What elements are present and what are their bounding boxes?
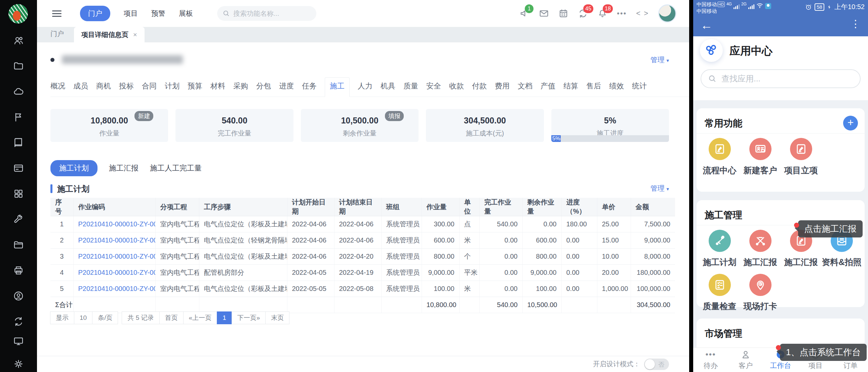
calendar-icon[interactable] [558, 8, 568, 19]
hamburger-menu-icon[interactable] [52, 9, 62, 19]
tab-portal[interactable]: 门户 [51, 29, 64, 38]
tab-quality[interactable]: 质量 [403, 78, 418, 96]
tab-hr[interactable]: 人力 [358, 78, 372, 96]
flag-icon[interactable] [13, 112, 24, 122]
tab-overview[interactable]: 概况 [51, 78, 65, 96]
stat-card-cost: 304,500.00 施工成本(元) [426, 109, 544, 142]
tab-payment[interactable]: 付款 [472, 78, 487, 96]
tab-plan[interactable]: 计划 [165, 78, 180, 96]
add-app-button[interactable]: + [843, 116, 858, 131]
tab-statistics[interactable]: 统计 [632, 78, 647, 96]
app-item-construction-plan[interactable]: 施工计划 [699, 230, 740, 268]
monitor-icon[interactable] [13, 336, 24, 346]
gear-icon[interactable] [13, 359, 24, 369]
tab-receipt[interactable]: 收款 [449, 78, 464, 96]
tab-aftersale[interactable]: 售后 [586, 78, 601, 96]
avatar[interactable] [658, 4, 676, 23]
speaker-icon[interactable]: 1 [519, 8, 529, 19]
bell-icon[interactable]: 18 [597, 8, 608, 19]
app-logo[interactable] [8, 4, 28, 24]
job-code-link[interactable]: P20210410-000010-ZY-000003 [73, 216, 155, 232]
menu-item-portal[interactable]: 门户 [80, 6, 110, 21]
tab-settlement[interactable]: 结算 [563, 78, 578, 96]
app-item-process-center[interactable]: 流程中心 [699, 138, 740, 176]
tab-project-detail[interactable]: 项目详细信息页 × [74, 27, 145, 42]
tab-contract[interactable]: 合同 [142, 78, 157, 96]
sync-icon[interactable] [13, 316, 24, 327]
tab-safety[interactable]: 安全 [426, 78, 441, 96]
tab-equipment[interactable]: 机具 [380, 78, 395, 96]
pager-page-1[interactable]: 1 [217, 311, 232, 324]
app-item-new-customer[interactable]: 新建客户 [740, 138, 781, 176]
app-item-project-initiation[interactable]: 项目立项 [781, 138, 821, 176]
page-size-select[interactable]: 10 [74, 311, 92, 324]
stat-label: 剩余作业量 [301, 129, 418, 138]
more-vert-icon[interactable]: ⋮ [850, 18, 861, 30]
folder-icon[interactable] [13, 61, 24, 71]
mobile-panel: 中国移动 中国移动 HD 4G 2G 58 上午10:52 ← ⋮ 应用中心 [693, 0, 868, 372]
code-icon[interactable]: < > [636, 9, 649, 18]
account-icon[interactable] [13, 291, 24, 302]
global-search[interactable] [217, 6, 316, 21]
tab-opportunity[interactable]: 商机 [96, 78, 111, 96]
job-code-link[interactable]: P20210410-000010-ZY-000004 [73, 232, 155, 249]
app-item-quality-check[interactable]: 质量检查 [699, 274, 740, 312]
table-manage-dropdown[interactable]: 管理 ▾ [651, 184, 669, 193]
app-item-site-checkin[interactable]: 现场打卡 [740, 274, 781, 312]
subtab-plan[interactable]: 施工计划 [51, 160, 97, 176]
job-code-link[interactable]: P20210410-000010-ZY-000007 [73, 281, 155, 297]
tab-procurement[interactable]: 采购 [233, 78, 248, 96]
printer-icon[interactable] [13, 265, 24, 276]
users-icon[interactable] [13, 35, 24, 46]
app-item-construction-report-1[interactable]: 施工汇报 [740, 230, 781, 268]
design-mode-toggle[interactable]: 否 [644, 359, 669, 370]
manage-dropdown[interactable]: 管理 ▾ [651, 55, 669, 64]
tab-construction[interactable]: 施工 [325, 77, 350, 97]
sync-badge: 45 [583, 4, 593, 13]
menu-item-project[interactable]: 项目 [124, 9, 138, 18]
tab-subcontract[interactable]: 分包 [256, 78, 271, 96]
new-badge[interactable]: 新建 [134, 111, 153, 121]
tab-expense[interactable]: 费用 [495, 78, 509, 96]
folder2-icon[interactable] [13, 239, 24, 250]
tab-todo[interactable]: ••• 待办 [693, 348, 728, 372]
tab-docs[interactable]: 文档 [518, 78, 532, 96]
tab-bidding[interactable]: 投标 [119, 78, 134, 96]
mail-icon[interactable] [539, 8, 549, 19]
tab-members[interactable]: 成员 [73, 78, 88, 96]
tab-budget[interactable]: 预算 [188, 78, 203, 96]
search-input[interactable] [233, 10, 307, 18]
wrench-icon[interactable] [13, 214, 24, 225]
close-icon[interactable]: × [133, 31, 137, 39]
cloud-icon[interactable] [13, 86, 24, 97]
project-title-redacted [62, 55, 183, 64]
page-title-row: 管理 ▾ [51, 55, 669, 65]
book-icon[interactable] [13, 137, 24, 148]
tab-performance[interactable]: 绩效 [609, 78, 624, 96]
section-construction-mgmt: 施工管理 施工计划 施工汇报 施工汇报 资料&拍照 质量检查 [696, 200, 865, 307]
sync-icon[interactable]: 45 [578, 8, 588, 19]
menu-item-alert[interactable]: 预警 [151, 9, 165, 18]
subtab-labor[interactable]: 施工人工完工量 [150, 163, 202, 173]
menu-item-board[interactable]: 展板 [179, 9, 193, 18]
layout-icon[interactable] [13, 188, 24, 199]
tab-material[interactable]: 材料 [211, 78, 225, 96]
pager-first-button[interactable]: 首页 [159, 311, 184, 324]
job-code-link[interactable]: P20210410-000010-ZY-000005 [73, 249, 155, 265]
pager-last-button[interactable]: 末页 [265, 311, 289, 324]
tab-progress[interactable]: 进度 [279, 78, 294, 96]
app-search[interactable] [701, 69, 861, 88]
tab-output[interactable]: 产值 [540, 78, 555, 96]
app-search-input[interactable] [721, 74, 842, 83]
card-icon[interactable] [13, 163, 24, 174]
pager-prev-button[interactable]: «上一页 [183, 311, 217, 324]
pager-next-button[interactable]: 下一页» [231, 311, 266, 324]
more-icon[interactable]: ••• [617, 9, 627, 18]
subtab-report[interactable]: 施工汇报 [109, 163, 138, 173]
back-arrow-icon[interactable]: ← [701, 18, 713, 32]
carrier-labels: 中国移动 中国移动 [696, 1, 717, 15]
tab-task[interactable]: 任务 [302, 78, 317, 96]
fill-badge[interactable]: 填报 [385, 111, 404, 121]
job-code-link[interactable]: P20210410-000010-ZY-000006 [73, 265, 155, 281]
tab-customers[interactable]: 客户 [728, 348, 763, 372]
